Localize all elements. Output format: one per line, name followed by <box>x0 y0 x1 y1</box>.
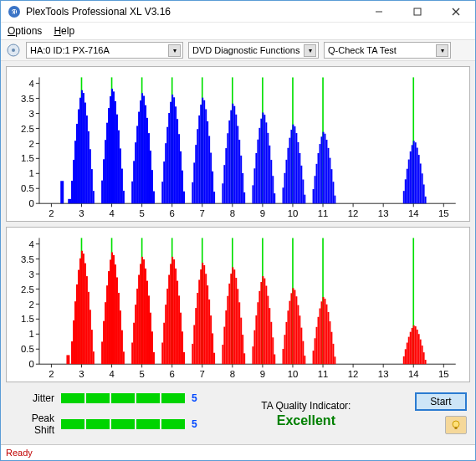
svg-rect-88 <box>113 91 115 203</box>
svg-rect-95 <box>131 181 133 202</box>
ta-label: TA Quality Indicator: <box>261 400 351 412</box>
svg-rect-363 <box>272 337 274 364</box>
svg-rect-67 <box>71 181 73 203</box>
svg-rect-184 <box>321 136 323 203</box>
svg-rect-381 <box>316 326 318 363</box>
svg-rect-165 <box>283 187 284 203</box>
svg-rect-350 <box>243 353 245 364</box>
minimize-button[interactable] <box>360 1 398 22</box>
svg-rect-388 <box>327 312 329 364</box>
svg-rect-272 <box>79 258 81 363</box>
svg-rect-97 <box>135 142 136 203</box>
svg-rect-372 <box>294 289 295 364</box>
maximize-button[interactable] <box>398 1 437 22</box>
window-title: PlexTools Professional XL V3.16 <box>26 6 360 18</box>
svg-rect-111 <box>165 143 166 203</box>
meter-segment <box>111 419 135 429</box>
svg-rect-386 <box>324 299 325 364</box>
svg-rect-149 <box>242 173 243 203</box>
svg-rect-200 <box>415 142 417 203</box>
svg-rect-138 <box>223 165 225 203</box>
svg-rect-288 <box>113 254 115 363</box>
svg-rect-180 <box>315 176 316 203</box>
svg-rect-87 <box>111 89 113 203</box>
svg-rect-140 <box>227 133 228 203</box>
svg-rect-284 <box>106 285 108 364</box>
svg-rect-91 <box>118 130 120 203</box>
menu-options[interactable]: Options <box>8 25 42 37</box>
svg-text:3.5: 3.5 <box>21 254 34 264</box>
svg-rect-146 <box>237 125 238 203</box>
drive-icon <box>6 43 21 58</box>
svg-rect-393 <box>403 356 405 364</box>
svg-rect-269 <box>74 301 76 364</box>
svg-rect-373 <box>295 296 297 364</box>
svg-rect-291 <box>118 293 120 364</box>
svg-rect-348 <box>240 317 242 364</box>
svg-rect-403 <box>420 339 422 364</box>
test-select[interactable]: Q-Check TA Test ▾ <box>324 42 451 59</box>
svg-rect-362 <box>270 321 272 363</box>
svg-rect-86 <box>110 96 111 203</box>
test-select-value: Q-Check TA Test <box>328 45 397 55</box>
svg-text:6: 6 <box>170 207 175 218</box>
svg-rect-379 <box>313 351 315 364</box>
svg-rect-384 <box>321 301 323 364</box>
svg-rect-380 <box>315 338 316 364</box>
svg-text:1.5: 1.5 <box>21 153 34 163</box>
svg-rect-354 <box>257 302 258 364</box>
svg-rect-72 <box>79 97 81 202</box>
svg-rect-164 <box>274 193 275 203</box>
svg-rect-332 <box>207 285 208 364</box>
svg-rect-173 <box>295 133 297 203</box>
meter-segment <box>161 393 185 403</box>
svg-text:0: 0 <box>28 198 33 208</box>
svg-rect-285 <box>108 271 110 364</box>
svg-rect-345 <box>235 278 237 364</box>
svg-rect-299 <box>138 274 140 364</box>
svg-rect-401 <box>417 330 418 364</box>
svg-rect-286 <box>110 259 111 364</box>
svg-rect-294 <box>123 351 125 364</box>
function-select[interactable]: DVD Diagnostic Functions ▾ <box>188 42 319 59</box>
ta-value: Excellent <box>277 413 335 428</box>
svg-rect-102 <box>143 95 145 203</box>
svg-rect-113 <box>168 113 170 203</box>
svg-rect-148 <box>240 156 242 203</box>
svg-rect-130 <box>203 100 205 202</box>
start-button[interactable]: Start <box>415 392 467 411</box>
svg-rect-360 <box>267 295 269 364</box>
svg-rect-367 <box>285 321 287 363</box>
svg-rect-168 <box>287 147 289 202</box>
svg-rect-194 <box>405 179 407 203</box>
drive-select[interactable]: HA:0 ID:1 PX-716A ▾ <box>26 42 183 59</box>
svg-rect-402 <box>418 334 420 364</box>
svg-rect-183 <box>320 144 321 203</box>
svg-rect-181 <box>316 163 318 202</box>
close-button[interactable] <box>437 1 475 22</box>
svg-rect-171 <box>292 124 294 202</box>
menu-help[interactable]: Help <box>54 25 74 37</box>
info-button[interactable] <box>445 416 467 434</box>
svg-rect-160 <box>267 132 269 202</box>
svg-rect-137 <box>222 183 223 203</box>
svg-rect-71 <box>78 109 79 203</box>
svg-rect-287 <box>111 252 113 364</box>
svg-rect-141 <box>228 120 230 203</box>
svg-rect-208 <box>68 198 71 202</box>
ta-indicator: TA Quality Indicator: Excellent <box>197 392 415 436</box>
svg-rect-108 <box>153 191 155 203</box>
svg-text:2: 2 <box>28 299 33 309</box>
svg-rect-70 <box>76 124 78 203</box>
svg-rect-389 <box>329 321 330 364</box>
svg-rect-169 <box>289 137 290 203</box>
svg-rect-382 <box>318 316 320 363</box>
svg-rect-270 <box>76 284 78 364</box>
svg-rect-80 <box>93 191 95 203</box>
svg-rect-347 <box>238 302 240 364</box>
svg-rect-368 <box>287 310 289 364</box>
jitter-value: 5 <box>192 392 197 404</box>
svg-rect-176 <box>300 166 302 203</box>
chevron-down-icon: ▾ <box>168 44 181 57</box>
chevron-down-icon: ▾ <box>304 44 316 57</box>
